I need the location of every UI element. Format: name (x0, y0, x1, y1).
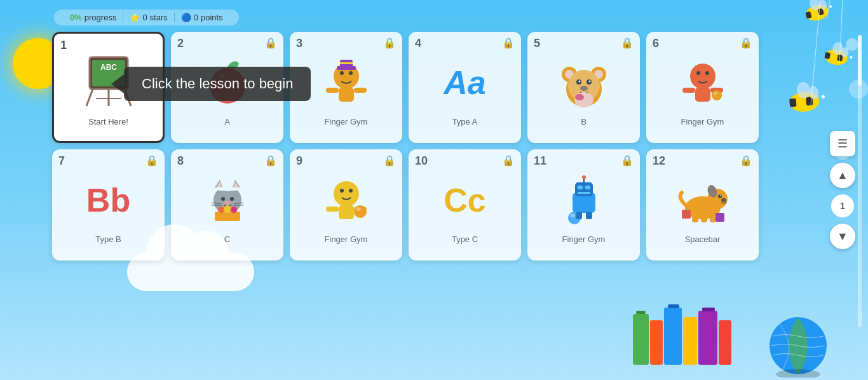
lock-icon-12: 🔒 (740, 154, 752, 166)
svg-rect-78 (682, 88, 695, 93)
points-count: 0 (194, 13, 198, 22)
lesson-card-11[interactable]: 11 🔒 (527, 149, 640, 261)
lesson-num-10: 10 (415, 154, 428, 168)
svg-point-99 (231, 207, 237, 213)
svg-rect-1 (805, 11, 811, 19)
lesson-image-12 (671, 168, 735, 232)
svg-point-80 (712, 90, 722, 100)
tooltip-arrow (111, 74, 124, 93)
progress-item: 0% progress (64, 13, 123, 22)
svg-point-8 (824, 48, 849, 67)
svg-rect-34 (668, 304, 679, 308)
scroll-thumb (858, 35, 862, 86)
lesson-num-5: 5 (534, 37, 540, 50)
svg-rect-77 (695, 88, 710, 102)
svg-rect-117 (576, 212, 582, 219)
svg-rect-38 (719, 320, 731, 365)
lesson-num-8: 8 (177, 154, 184, 168)
svg-rect-32 (650, 320, 663, 365)
svg-rect-57 (354, 88, 367, 93)
progress-bar: 0% progress ⭐ 0 stars 🔵 0 points (54, 10, 239, 25)
svg-rect-125 (692, 216, 698, 222)
progress-pct: 0% (70, 13, 82, 22)
svg-rect-112 (578, 186, 583, 189)
svg-point-0 (804, 3, 831, 23)
books-decoration (627, 301, 741, 380)
svg-rect-9 (824, 52, 831, 59)
svg-point-81 (714, 92, 717, 95)
svg-rect-118 (586, 212, 592, 219)
lesson-label-11: Finger Gym (562, 234, 606, 244)
svg-point-75 (696, 71, 700, 75)
svg-rect-17 (789, 98, 796, 107)
lesson-num-9: 9 (296, 154, 302, 168)
page-number: 1 (831, 194, 854, 217)
lesson-num-4: 4 (415, 37, 421, 50)
lesson-card-8[interactable]: 8 🔒 (171, 149, 283, 261)
points-label: points (201, 13, 223, 22)
lesson-card-4[interactable]: 4 🔒 Aa Type A (409, 32, 521, 143)
svg-rect-103 (339, 205, 354, 219)
right-sidebar: ☰ ▲ 1 ▼ (830, 131, 855, 249)
svg-line-24 (827, 0, 830, 19)
lock-icon-11: 🔒 (621, 154, 634, 166)
svg-rect-33 (664, 308, 682, 365)
lesson-image-4: Aa (433, 51, 497, 114)
lesson-card-6[interactable]: 6 🔒 Finger Gym (646, 32, 759, 143)
svg-rect-60 (340, 62, 353, 64)
lesson-card-7[interactable]: 7 🔒 Bb Type B (52, 149, 165, 261)
svg-rect-126 (701, 216, 707, 222)
svg-point-13 (840, 46, 850, 58)
svg-rect-109 (575, 182, 593, 196)
lock-icon-10: 🔒 (502, 154, 515, 166)
lesson-label-3: Finger Gym (325, 117, 368, 126)
svg-point-101 (340, 189, 344, 193)
lesson-card-5[interactable]: 5 🔒 (527, 32, 640, 143)
svg-rect-128 (682, 210, 691, 219)
svg-rect-104 (326, 207, 339, 212)
lesson-card-12[interactable]: 12 🔒 (646, 149, 759, 261)
lesson-image-10: Cc (433, 168, 497, 232)
lesson-num-2: 2 (177, 37, 184, 50)
svg-rect-19 (806, 97, 813, 105)
lock-icon-2: 🔒 (264, 37, 277, 49)
svg-point-16 (789, 90, 820, 112)
lock-icon-8: 🔒 (264, 154, 277, 166)
lesson-card-10[interactable]: 10 🔒 Cc Type C (409, 149, 521, 261)
svg-point-111 (582, 175, 586, 179)
lesson-label-8: C (224, 234, 230, 244)
lesson-label-7: Type B (95, 234, 121, 244)
menu-button[interactable]: ☰ (830, 131, 855, 156)
svg-rect-31 (636, 311, 646, 314)
lesson-image-11 (552, 168, 616, 232)
svg-rect-114 (578, 192, 590, 194)
lesson-image-7: Bb (77, 168, 140, 232)
scroll-up-button[interactable]: ▲ (830, 163, 855, 188)
globe-decoration (766, 314, 830, 380)
svg-point-97 (218, 207, 224, 213)
svg-point-20 (796, 81, 811, 99)
lesson-label-10: Type C (452, 234, 478, 244)
svg-point-4 (808, 0, 822, 11)
svg-point-107 (356, 207, 361, 211)
svg-rect-55 (339, 88, 354, 102)
lesson-image-3 (315, 51, 378, 114)
lesson-card-9[interactable]: 9 🔒 Finger Gym (290, 149, 402, 261)
svg-line-44 (86, 89, 93, 106)
svg-text:ABC: ABC (100, 63, 117, 72)
lesson-image-6 (671, 51, 735, 114)
svg-point-70 (588, 81, 590, 83)
svg-rect-127 (710, 216, 716, 222)
svg-point-122 (718, 194, 722, 198)
svg-point-53 (340, 71, 344, 75)
lesson-label-5: B (581, 117, 587, 126)
lesson-label-6: Finger Gym (681, 117, 724, 126)
svg-line-25 (839, 0, 843, 64)
lesson-grid: 1 ABC Start Here! 2 🔒 (52, 32, 759, 261)
svg-line-26 (811, 0, 820, 105)
lock-icon-9: 🔒 (383, 154, 396, 166)
scroll-down-button[interactable]: ▼ (830, 224, 855, 249)
svg-rect-18 (797, 98, 804, 107)
lesson-image-8 (196, 168, 259, 232)
lesson-num-1: 1 (60, 39, 67, 52)
